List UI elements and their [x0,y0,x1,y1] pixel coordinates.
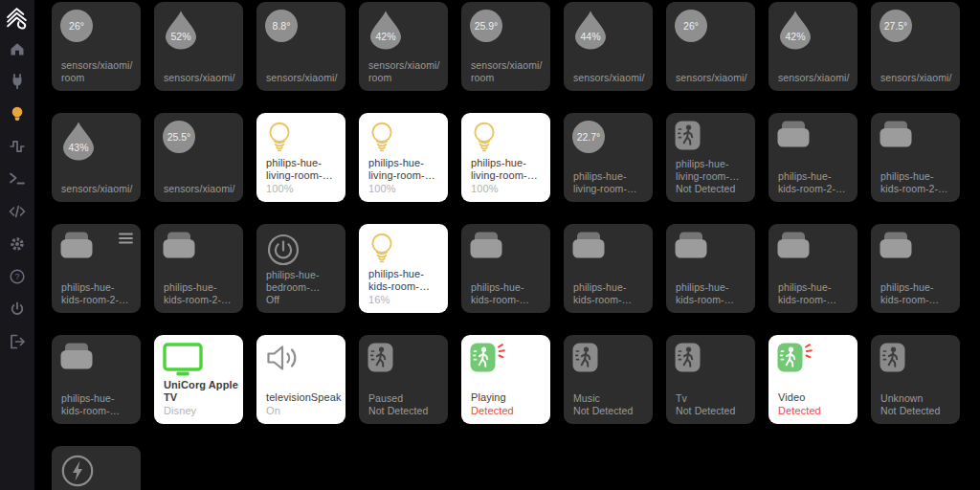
tile-label: sensors/xiaomi/ [676,72,752,84]
motion-sensor-icon [675,359,702,375]
accessory-tile[interactable]: philips-hue-living-room-…100% [256,113,345,202]
tile-label-line: philips-hue- [676,158,752,170]
tile-label-line: living-room-… [368,169,445,183]
sidebar-item-config[interactable] [0,197,34,230]
sidebar-item-settings[interactable] [0,230,34,262]
accessory-tile[interactable]: 43%sensors/xiaomi/ [52,113,141,202]
temperature-badge-icon: 22.7° [572,121,605,153]
accessory-tile[interactable]: 42%sensors/xiaomi/ [768,2,858,91]
accessory-tile[interactable]: philips-hue-kids-room-… [564,224,653,313]
accessory-tile[interactable]: 26°sensors/xiaomi/ [666,2,755,91]
accessory-tile[interactable]: PausedNot Detected [359,335,448,424]
tile-label-line: living-room-… [471,169,547,183]
accessory-tile[interactable]: philips-hue-living-room-…Not Detected [666,113,755,202]
accessory-tile[interactable]: 42%sensors/xiaomi/room [359,2,448,91]
menu-icon[interactable] [119,233,133,244]
speaker-icon [265,360,301,376]
accessory-tile[interactable]: TvNot Detected [666,335,755,424]
tile-status: Disney [164,405,240,418]
accessory-tile[interactable]: UniCorg AppleTVDisney [154,335,243,424]
accessory-tile[interactable]: 25.5°sensors/xiaomi/ [154,113,243,202]
accessory-tile[interactable]: 22.7°philips-hue-living-room-… [564,113,653,202]
accessory-tile[interactable]: 27.5°sensors/xiaomi/ [871,2,960,91]
device-icon [880,245,912,261]
accessory-tile[interactable]: philips-hue-bedroom-…Off [256,224,345,313]
tile-label: sensors/xiaomi/ [573,72,650,84]
tile-label-line: televisionSpeak [266,391,343,405]
sidebar-item-home[interactable] [0,34,34,67]
tile-label-line: kids-room-… [61,405,138,417]
accessory-tile[interactable]: MusicNot Detected [564,335,653,424]
tile-label-line: Playing [471,391,547,405]
terminal-icon [9,170,26,191]
accessory-tile[interactable]: philips-hue-kids-room-2-… [768,113,858,202]
humidity-value: 44% [572,22,609,50]
pulse-icon [9,138,26,159]
tile-status: 16% [368,294,445,307]
temperature-badge-icon: 8.8° [265,10,298,42]
tv-icon [163,364,203,380]
tile-label-line: Paused [368,392,445,405]
tile-label-line: sensors/xiaomi/ [471,59,547,72]
accessory-tile[interactable]: 25.9°sensors/xiaomi/room [461,2,550,91]
tile-label: philips-hue-living-room-…100% [266,157,343,196]
tile-label: philips-hue-kids-room-2-… [880,170,957,195]
sidebar-item-logs[interactable] [0,132,34,165]
device-icon [572,245,605,261]
accessory-tile[interactable]: televisionSpeakOn [256,335,345,424]
tile-label: sensors/xiaomi/ [164,183,240,195]
accessory-tile[interactable]: philips-hue-kids-room-…16% [359,224,448,313]
tile-label: philips-hue-kids-room-…16% [368,268,445,307]
accessory-tile[interactable]: PlayingDetected [461,335,550,424]
tile-label: philips-hue-kids-room-2-… [778,170,855,195]
tile-label-line: kids-room-2-… [164,294,240,306]
accessory-tile[interactable]: philips-hue-kids-room-2-… [52,224,141,313]
accessory-tile[interactable]: philips-hue-kids-room-… [666,224,755,313]
tile-label: sensors/xiaomi/room [368,59,445,84]
sidebar-item-restart[interactable] [0,295,34,327]
device-icon [163,245,195,261]
sidebar-item-terminal[interactable] [0,165,34,197]
accessory-tile[interactable]: philips-hue-living-room-…100% [359,113,448,202]
sidebar-item-accessories[interactable] [0,100,34,132]
tile-label-line: sensors/xiaomi/ [61,59,138,72]
tile-status: 100% [368,183,445,196]
accessory-tile[interactable]: philips-hue-kids-room-… [871,224,960,313]
accessory-tile[interactable]: UnknownNot Detected [871,335,960,424]
accessory-tile[interactable]: philips-hue-living-room-…100% [461,113,550,202]
sidebar-item-plugins[interactable] [0,67,34,100]
accessory-tile[interactable]: philips-hue-kids-room-2-… [871,113,960,202]
accessory-tile[interactable] [52,446,141,490]
tile-status: On [266,405,343,418]
tile-label-line: room [471,72,547,84]
sidebar-item-logout[interactable] [0,327,34,360]
lightbulb-icon [473,140,496,156]
accessory-tile[interactable]: 52%sensors/xiaomi/ [154,2,243,91]
humidity-value: 42% [368,22,404,50]
gear-icon [9,235,26,256]
tile-status: Not Detected [880,405,957,417]
sidebar-item-support[interactable]: ? [0,262,34,295]
tile-label: sensors/xiaomi/room [471,59,547,84]
accessory-tile[interactable]: VideoDetected [768,335,858,424]
tile-label-line: kids-room-… [778,294,855,306]
tile-status: 100% [471,183,547,196]
accessory-tile[interactable]: philips-hue-kids-room-… [52,335,141,424]
tile-status: Not Detected [573,405,650,417]
accessory-tile[interactable]: philips-hue-kids-room-… [461,224,550,313]
tile-label: philips-hue-kids-room-… [573,281,650,306]
tile-status: Detected [778,405,855,418]
home-icon [9,40,26,61]
accessory-tile[interactable]: philips-hue-kids-room-… [768,224,858,313]
lightbulb-icon [268,140,291,156]
tile-label: sensors/xiaomi/ [164,72,240,84]
tile-label-line: philips-hue- [164,281,240,294]
accessory-tile[interactable]: 26°sensors/xiaomi/room [52,2,141,91]
temperature-badge-icon: 25.5° [163,121,195,153]
accessory-tile[interactable]: 44%sensors/xiaomi/ [564,2,653,91]
humidity-drop-icon: 52% [163,10,199,50]
humidity-value: 52% [163,22,199,50]
accessory-tile[interactable]: 8.8°sensors/xiaomi/ [256,2,345,91]
accessory-tile[interactable]: philips-hue-kids-room-2-… [154,224,243,313]
tile-label-line: sensors/xiaomi/ [573,72,650,84]
